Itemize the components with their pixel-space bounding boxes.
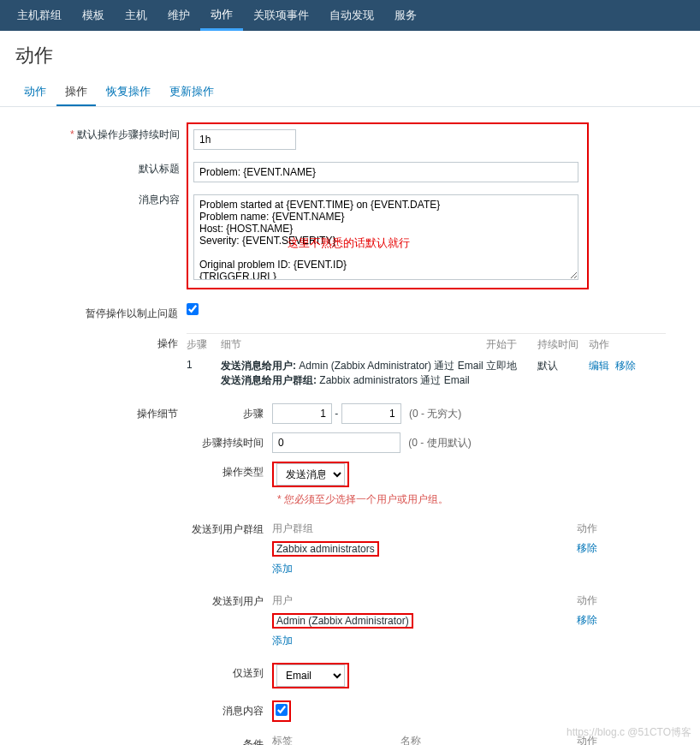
label-steps: 步骤 bbox=[187, 403, 272, 424]
group-col-action: 动作 bbox=[546, 522, 597, 536]
watermark: https://blog.c @51CTO博客 bbox=[567, 725, 691, 740]
nav-item-actions[interactable]: 动作 bbox=[200, 0, 243, 31]
duration-input[interactable] bbox=[193, 129, 296, 150]
msg-content-checkbox[interactable] bbox=[276, 704, 288, 716]
label-step-duration: 步骤持续时间 bbox=[187, 432, 272, 453]
nav-item-maintenance[interactable]: 维护 bbox=[157, 0, 200, 31]
op-detail: 发送消息给用户: Admin (Zabbix Administrator) 通过… bbox=[221, 359, 486, 388]
step-to-input[interactable] bbox=[341, 403, 401, 424]
must-select-note: 您必须至少选择一个用户或用户组。 bbox=[284, 493, 448, 505]
form: * 默认操作步骤持续时间 默认标题 消息内容 这里不熟悉的话默认就行 暂停操作以… bbox=[0, 107, 700, 745]
steps-hint: (0 - 无穷大) bbox=[409, 408, 461, 420]
label-op-detail: 操作细节 bbox=[15, 403, 187, 745]
user-add-link[interactable]: 添加 bbox=[272, 634, 293, 648]
op-type-select[interactable]: 发送消息 bbox=[276, 463, 345, 486]
user-col-name: 用户 bbox=[272, 593, 546, 608]
sub-tabs: 动作 操作 恢复操作 更新操作 bbox=[0, 77, 700, 107]
step-duration-hint: (0 - 使用默认) bbox=[408, 437, 471, 449]
tab-recovery[interactable]: 恢复操作 bbox=[98, 77, 159, 106]
conditions-header: 标签 名称 动作 bbox=[272, 734, 597, 745]
cond-col-label: 标签 bbox=[272, 734, 400, 745]
message-textarea[interactable] bbox=[193, 194, 578, 280]
nav-item-correlation[interactable]: 关联项事件 bbox=[243, 0, 319, 31]
group-item: Zabbix administrators bbox=[272, 541, 379, 557]
label-send-user: 发送到用户 bbox=[187, 591, 272, 651]
col-step: 步骤 bbox=[187, 337, 221, 352]
step-duration-input[interactable] bbox=[272, 432, 400, 453]
label-conditions: 条件 bbox=[187, 734, 272, 745]
nav-item-templates[interactable]: 模板 bbox=[72, 0, 115, 31]
label-send-group: 发送到用户群组 bbox=[187, 519, 272, 579]
operations-table: 步骤 细节 开始于 持续时间 动作 1 发送消息给用户: Admin (Zabb… bbox=[187, 333, 666, 391]
label-op-type: 操作类型 bbox=[187, 462, 272, 487]
user-remove-link[interactable]: 移除 bbox=[577, 614, 597, 626]
tab-operations[interactable]: 操作 bbox=[56, 77, 96, 106]
user-col-action: 动作 bbox=[546, 593, 597, 608]
label-pause: 暂停操作以制止问题 bbox=[15, 303, 187, 321]
col-action: 动作 bbox=[589, 337, 657, 352]
operation-row: 1 发送消息给用户: Admin (Zabbix Administrator) … bbox=[187, 355, 666, 391]
subject-input[interactable] bbox=[193, 162, 578, 182]
label-only-to: 仅送到 bbox=[187, 663, 272, 688]
cond-col-name: 名称 bbox=[400, 734, 529, 745]
tab-update[interactable]: 更新操作 bbox=[161, 77, 222, 106]
group-add-link[interactable]: 添加 bbox=[272, 562, 293, 576]
step-from-input[interactable] bbox=[272, 403, 332, 424]
label-operations: 操作 bbox=[15, 333, 187, 391]
only-to-select[interactable]: Email bbox=[276, 665, 345, 687]
op-duration: 默认 bbox=[537, 359, 589, 388]
col-start: 开始于 bbox=[486, 337, 537, 352]
tab-action[interactable]: 动作 bbox=[15, 77, 55, 106]
top-nav: 主机群组 模板 主机 维护 动作 关联项事件 自动发现 服务 bbox=[0, 0, 700, 31]
nav-item-discovery[interactable]: 自动发现 bbox=[319, 0, 384, 31]
col-duration: 持续时间 bbox=[537, 337, 589, 352]
group-col-name: 用户群组 bbox=[272, 522, 546, 536]
nav-item-services[interactable]: 服务 bbox=[384, 0, 427, 31]
label-duration: * 默认操作步骤持续时间 bbox=[17, 128, 188, 142]
col-detail: 细节 bbox=[221, 337, 486, 352]
op-start: 立即地 bbox=[486, 359, 537, 388]
label-subject: 默认标题 bbox=[17, 162, 188, 176]
user-item: Admin (Zabbix Administrator) bbox=[272, 613, 413, 629]
page-title: 动作 bbox=[0, 31, 700, 77]
user-group-table: 用户群组 动作 Zabbix administrators 移除 添加 bbox=[272, 519, 597, 579]
label-msg-content: 消息内容 bbox=[187, 700, 272, 722]
nav-item-hostgroups[interactable]: 主机群组 bbox=[7, 0, 72, 31]
label-message: 消息内容 bbox=[17, 193, 188, 207]
op-remove-link[interactable]: 移除 bbox=[615, 360, 636, 372]
pause-checkbox[interactable] bbox=[187, 303, 199, 315]
user-table: 用户 动作 Admin (Zabbix Administrator) 移除 添加 bbox=[272, 591, 597, 651]
group-remove-link[interactable]: 移除 bbox=[577, 542, 597, 554]
op-step: 1 bbox=[187, 359, 221, 388]
nav-item-hosts[interactable]: 主机 bbox=[115, 0, 157, 31]
op-edit-link[interactable]: 编辑 bbox=[589, 360, 609, 372]
